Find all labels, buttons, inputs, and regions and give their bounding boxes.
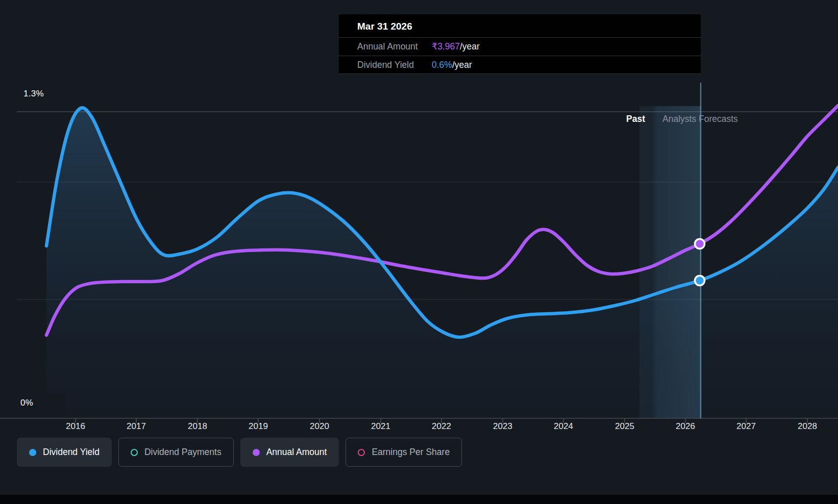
tooltip-label: Annual Amount <box>339 41 432 52</box>
x-axis-year-label: 2022 <box>432 421 451 432</box>
legend-label: Earnings Per Share <box>372 447 450 458</box>
x-axis-year-label: 2026 <box>676 421 695 432</box>
legend-label: Dividend Yield <box>43 447 100 458</box>
x-axis-year-label: 2021 <box>371 421 390 432</box>
hover-tooltip: Mar 31 2026 Annual Amount ₹3.967/year Di… <box>339 14 701 74</box>
dividend-yield-hover-dot[interactable] <box>695 276 705 286</box>
x-axis-year-label: 2028 <box>798 421 817 432</box>
earnings-per-share-ring-icon <box>358 449 365 456</box>
tooltip-row-dividend-yield: Dividend Yield 0.6%/year <box>339 56 701 74</box>
x-axis-year-label: 2017 <box>127 421 146 432</box>
chart-legend: Dividend Yield Dividend Payments Annual … <box>17 438 462 467</box>
x-axis-year-label: 2020 <box>310 421 329 432</box>
x-axis-year-label: 2018 <box>188 421 207 432</box>
annual-amount-hover-dot[interactable] <box>695 239 705 249</box>
legend-earnings-per-share-button[interactable]: Earnings Per Share <box>346 438 462 467</box>
bottom-edge-strip <box>0 495 838 504</box>
legend-dividend-payments-button[interactable]: Dividend Payments <box>118 438 234 467</box>
tooltip-suffix: /year <box>452 60 472 70</box>
analysts-forecasts-label: Analysts Forecasts <box>662 114 738 124</box>
tooltip-value: ₹3.967 <box>432 41 460 52</box>
y-axis-zero-label: 0% <box>15 394 65 417</box>
tooltip-date: Mar 31 2026 <box>339 14 701 37</box>
dividend-yield-dot-icon <box>29 449 36 456</box>
legend-label: Annual Amount <box>266 447 327 458</box>
legend-annual-amount-button[interactable]: Annual Amount <box>240 438 339 467</box>
tooltip-label: Dividend Yield <box>339 60 432 70</box>
x-axis-year-label: 2016 <box>66 421 85 432</box>
tooltip-row-annual-amount: Annual Amount ₹3.967/year <box>339 37 701 56</box>
tooltip-value: 0.6% <box>432 60 452 70</box>
dividend-yield-area-fill <box>46 108 838 418</box>
x-axis-year-label: 2024 <box>554 421 573 432</box>
dividend-chart-page: 1.3% 0% Past Analysts Forecasts 20162017… <box>0 0 838 504</box>
x-axis-year-label: 2027 <box>736 421 756 432</box>
x-axis-year-label: 2025 <box>615 421 634 432</box>
legend-label: Dividend Payments <box>144 447 221 458</box>
legend-dividend-yield-button[interactable]: Dividend Yield <box>17 438 112 467</box>
tooltip-suffix: /year <box>460 41 480 52</box>
x-axis-year-label: 2023 <box>493 421 512 432</box>
y-axis-top-label: 1.3% <box>23 89 44 99</box>
past-label: Past <box>626 114 645 124</box>
x-axis-year-label: 2019 <box>249 421 268 432</box>
annual-amount-dot-icon <box>253 449 260 456</box>
dividend-payments-ring-icon <box>131 449 138 456</box>
chart-canvas[interactable] <box>0 0 838 504</box>
